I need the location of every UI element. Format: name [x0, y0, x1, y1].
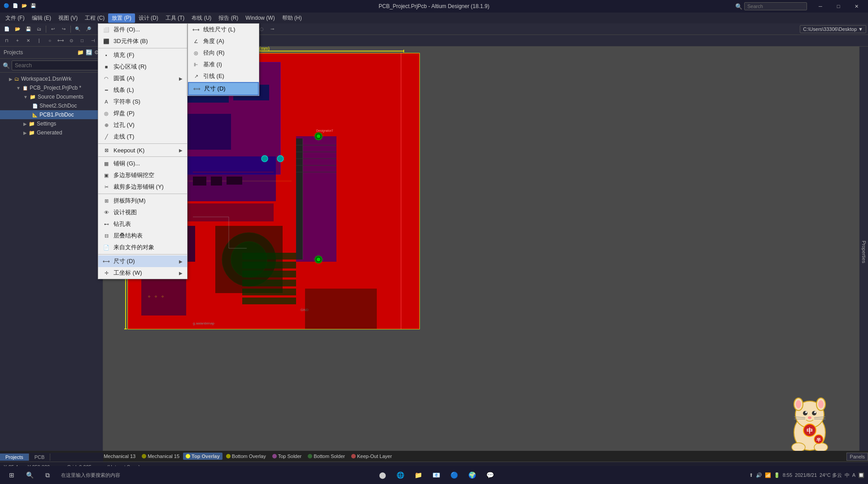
- menu-array[interactable]: ⊞ 拼板阵列(M): [98, 195, 187, 207]
- project-item[interactable]: ▼ 📋 PCB_Project.PrjPcb *: [0, 83, 103, 92]
- menu-layer-stack[interactable]: ⊟ 层叠结构表: [98, 230, 187, 242]
- tb-icon5[interactable]: 🔵: [446, 468, 462, 482]
- pcb1-item[interactable]: 📐 PCB1.PcbDoc: [0, 110, 103, 119]
- layer-tab-bottom-solder[interactable]: Bottom Solder: [305, 453, 348, 460]
- search-input[interactable]: [12, 60, 100, 70]
- menu-tools[interactable]: 工具 (T): [162, 13, 188, 23]
- menu-coord[interactable]: ✛ 工坐标 (W) ▶: [98, 267, 187, 279]
- menu-project[interactable]: 工程 (C): [81, 13, 108, 23]
- menu-via[interactable]: ⊕ 过孔 (V): [98, 119, 187, 131]
- menu-copper-pour[interactable]: ▦ 铺铜 (G)...: [98, 158, 187, 169]
- tb2-fan[interactable]: ⊣: [88, 36, 98, 45]
- menu-dimension[interactable]: ⟷ 尺寸 (D) ▶: [98, 255, 187, 267]
- settings-item[interactable]: ▶ 📁 Settings: [0, 119, 103, 128]
- layer-tab-top-overlay[interactable]: Top Overlay: [183, 453, 222, 460]
- tb-icon1[interactable]: ⬤: [375, 468, 391, 482]
- tb-btn11[interactable]: ⊸: [267, 25, 277, 34]
- layer-tab-top-solder[interactable]: Top Solder: [270, 453, 305, 460]
- tray-icon5[interactable]: 24°C 多云: [820, 472, 842, 479]
- tray-icon2[interactable]: 🔊: [756, 472, 762, 478]
- workspace-item[interactable]: ▶ 🗂 Workspace1.DsnWrk: [0, 74, 103, 83]
- menu-edit[interactable]: 编辑 (E): [28, 13, 55, 23]
- menu-design-view[interactable]: 👁 设计视图: [98, 207, 187, 218]
- tb-new[interactable]: 📄: [2, 25, 12, 34]
- search-btn[interactable]: 🔍: [22, 468, 38, 482]
- new-icon[interactable]: 📄: [13, 3, 19, 9]
- menu-line[interactable]: ━ 线条 (L): [98, 84, 187, 96]
- right-panel[interactable]: Properties: [859, 47, 868, 457]
- tray-icon3[interactable]: 📶: [765, 472, 771, 478]
- layer-tab-bottom-overlay[interactable]: Bottom Overlay: [223, 453, 269, 460]
- dim-leader[interactable]: ↗ 引线 (E): [188, 70, 259, 82]
- dim-radial[interactable]: ◎ 径向 (R): [188, 47, 259, 59]
- tb-zoom-out[interactable]: 🔎: [83, 25, 93, 34]
- menu-drill-table[interactable]: ⊷ 钻孔表: [98, 218, 187, 230]
- zh-icon[interactable]: 中: [845, 472, 850, 479]
- title-search-input[interactable]: [744, 2, 807, 10]
- tb2-cross[interactable]: ✕: [23, 36, 33, 45]
- properties-label[interactable]: Properties: [861, 241, 867, 263]
- tb-icon2[interactable]: 🌐: [393, 468, 409, 482]
- tb2-snap[interactable]: ⊙: [66, 36, 76, 45]
- menu-pad[interactable]: ◎ 焊盘 (P): [98, 108, 187, 119]
- dim-datum[interactable]: ⊩ 基准 (I): [188, 59, 259, 70]
- generated-item[interactable]: ▶ 📁 Generated: [0, 128, 103, 137]
- menu-place[interactable]: 放置 (P): [108, 13, 135, 23]
- menu-solid-region[interactable]: ■ 实心区域 (R): [98, 61, 187, 73]
- panels-button[interactable]: Panels: [846, 453, 868, 461]
- panel-tab-pcb[interactable]: PCB: [29, 454, 51, 461]
- menu-trim-poly[interactable]: ✂ 裁剪多边形铺铜 (Y): [98, 181, 187, 193]
- search-text[interactable]: 在这里输入你要搜索的内容: [57, 471, 124, 480]
- tb2-measure[interactable]: ⟷: [56, 36, 65, 45]
- minimize-button[interactable]: ─: [812, 1, 829, 11]
- panel-icon1[interactable]: 📁: [77, 49, 84, 56]
- menu-layout[interactable]: 布线 (U): [188, 13, 215, 23]
- tb-undo[interactable]: ↩: [48, 25, 58, 34]
- menu-window[interactable]: Window (W): [242, 14, 278, 22]
- tb-zoom-in[interactable]: 🔍: [73, 25, 83, 34]
- panel-tab-projects[interactable]: Projects: [0, 454, 29, 461]
- menu-component[interactable]: ⬜ 器件 (O)...: [98, 24, 187, 35]
- tb2-bar[interactable]: |: [34, 36, 44, 45]
- panel-icon2[interactable]: 🔄: [86, 49, 92, 56]
- input-icon[interactable]: 🔲: [858, 472, 864, 478]
- tb-icon3[interactable]: 📁: [410, 468, 427, 482]
- menu-string[interactable]: A 字符串 (S): [98, 96, 187, 108]
- tb2-square[interactable]: □: [77, 36, 87, 45]
- tb2-add[interactable]: +: [13, 36, 22, 45]
- open-icon[interactable]: 📂: [22, 3, 28, 9]
- language-icon[interactable]: A: [852, 472, 855, 478]
- tb-icon6[interactable]: 🌍: [464, 468, 480, 482]
- start-button[interactable]: ⊞: [4, 468, 20, 482]
- menu-from-file[interactable]: 📄 来自文件的对象: [98, 242, 187, 253]
- tb-open[interactable]: 📂: [13, 25, 22, 34]
- menu-fill[interactable]: ▪ 填充 (F): [98, 49, 187, 61]
- tb-icon4[interactable]: 📧: [428, 468, 445, 482]
- sheet2-item[interactable]: 📄 Sheet2.SchDoc: [0, 101, 103, 110]
- dim-angular[interactable]: ∠ 角度 (A): [188, 35, 259, 47]
- tb-save[interactable]: 💾: [23, 25, 33, 34]
- dim-linear[interactable]: ⟷ 线性尺寸 (L): [188, 24, 259, 35]
- menu-keepout[interactable]: ⊠ Keepout (K) ▶: [98, 145, 187, 156]
- tray-icon4[interactable]: 🔋: [774, 472, 780, 478]
- tb2-filter[interactable]: ⊓: [2, 36, 12, 45]
- menu-view[interactable]: 视图 (V): [55, 13, 81, 23]
- close-button[interactable]: ✕: [848, 1, 864, 11]
- menu-file[interactable]: 文件 (F): [2, 13, 28, 23]
- task-view-btn[interactable]: ⧉: [39, 468, 56, 482]
- dim-dimension-d[interactable]: ⟺ 尺寸 (D): [188, 82, 259, 95]
- menu-design[interactable]: 设计 (D): [135, 13, 162, 23]
- layer-tab-mech15[interactable]: Mechanical 15: [139, 453, 182, 460]
- path-dropdown[interactable]: C:\Users\33306\Desktop ▼: [800, 25, 866, 33]
- canvas-area[interactable]: 111.989 (mm) 150.188.025: [103, 47, 859, 457]
- menu-track[interactable]: ╱ 走线 (T): [98, 131, 187, 143]
- tb-icon7[interactable]: 💬: [482, 468, 498, 482]
- menu-poly-cutout[interactable]: ▣ 多边形铺铜挖空: [98, 169, 187, 181]
- menu-report[interactable]: 报告 (R): [215, 13, 242, 23]
- maximize-button[interactable]: □: [830, 1, 846, 11]
- tb-save-all[interactable]: 🗂: [34, 25, 44, 34]
- source-docs-item[interactable]: ▼ 📁 Source Documents: [0, 92, 103, 101]
- tb2-circle[interactable]: ○: [45, 36, 55, 45]
- save-icon[interactable]: 💾: [31, 3, 37, 9]
- menu-help[interactable]: 帮助 (H): [279, 13, 305, 23]
